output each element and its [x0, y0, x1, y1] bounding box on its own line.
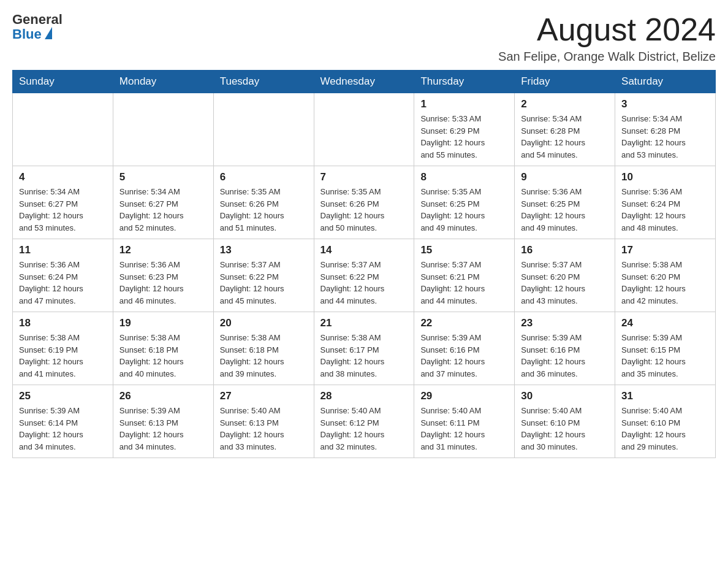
day-info: Sunrise: 5:39 AMSunset: 6:15 PMDaylight:…	[621, 332, 709, 380]
calendar-cell: 7Sunrise: 5:35 AMSunset: 6:26 PMDaylight…	[314, 166, 414, 239]
calendar-cell: 22Sunrise: 5:39 AMSunset: 6:16 PMDayligh…	[414, 312, 515, 385]
logo-blue: Blue	[12, 27, 42, 42]
calendar-cell	[213, 93, 314, 166]
calendar-cell: 24Sunrise: 5:39 AMSunset: 6:15 PMDayligh…	[615, 312, 716, 385]
calendar-cell: 13Sunrise: 5:37 AMSunset: 6:22 PMDayligh…	[213, 239, 314, 312]
day-number: 19	[119, 317, 207, 329]
day-number: 6	[220, 171, 308, 183]
day-number: 8	[420, 171, 508, 183]
day-info: Sunrise: 5:39 AMSunset: 6:16 PMDaylight:…	[521, 332, 609, 380]
calendar-cell: 31Sunrise: 5:40 AMSunset: 6:10 PMDayligh…	[615, 385, 716, 458]
calendar-cell	[314, 93, 414, 166]
calendar-cell: 19Sunrise: 5:38 AMSunset: 6:18 PMDayligh…	[113, 312, 213, 385]
day-info: Sunrise: 5:36 AMSunset: 6:25 PMDaylight:…	[521, 186, 609, 234]
weekday-header-wednesday: Wednesday	[314, 71, 414, 93]
calendar-cell: 25Sunrise: 5:39 AMSunset: 6:14 PMDayligh…	[13, 385, 113, 458]
day-number: 16	[521, 244, 609, 256]
weekday-header-sunday: Sunday	[13, 71, 113, 93]
calendar-week-4: 18Sunrise: 5:38 AMSunset: 6:19 PMDayligh…	[13, 312, 716, 385]
day-number: 14	[320, 244, 408, 256]
day-number: 13	[220, 244, 308, 256]
day-number: 21	[320, 317, 408, 329]
calendar-cell: 28Sunrise: 5:40 AMSunset: 6:12 PMDayligh…	[314, 385, 414, 458]
day-info: Sunrise: 5:38 AMSunset: 6:19 PMDaylight:…	[19, 332, 107, 380]
calendar-cell: 17Sunrise: 5:38 AMSunset: 6:20 PMDayligh…	[615, 239, 716, 312]
day-info: Sunrise: 5:40 AMSunset: 6:13 PMDaylight:…	[220, 405, 308, 453]
calendar-cell: 15Sunrise: 5:37 AMSunset: 6:21 PMDayligh…	[414, 239, 515, 312]
day-info: Sunrise: 5:39 AMSunset: 6:13 PMDaylight:…	[119, 405, 207, 453]
calendar-week-3: 11Sunrise: 5:36 AMSunset: 6:24 PMDayligh…	[13, 239, 716, 312]
calendar-cell: 30Sunrise: 5:40 AMSunset: 6:10 PMDayligh…	[515, 385, 615, 458]
calendar-table: SundayMondayTuesdayWednesdayThursdayFrid…	[12, 70, 716, 458]
calendar-cell: 9Sunrise: 5:36 AMSunset: 6:25 PMDaylight…	[515, 166, 615, 239]
day-number: 3	[621, 98, 709, 110]
logo-triangle-icon	[45, 27, 52, 39]
day-number: 20	[220, 317, 308, 329]
weekday-header-row: SundayMondayTuesdayWednesdayThursdayFrid…	[13, 71, 716, 93]
calendar-cell: 11Sunrise: 5:36 AMSunset: 6:24 PMDayligh…	[13, 239, 113, 312]
calendar-cell: 16Sunrise: 5:37 AMSunset: 6:20 PMDayligh…	[515, 239, 615, 312]
calendar-cell: 2Sunrise: 5:34 AMSunset: 6:28 PMDaylight…	[515, 93, 615, 166]
day-info: Sunrise: 5:37 AMSunset: 6:21 PMDaylight:…	[420, 259, 508, 307]
calendar-cell	[13, 93, 113, 166]
day-info: Sunrise: 5:40 AMSunset: 6:11 PMDaylight:…	[420, 405, 508, 453]
calendar-cell: 10Sunrise: 5:36 AMSunset: 6:24 PMDayligh…	[615, 166, 716, 239]
day-number: 27	[220, 390, 308, 402]
calendar-cell: 20Sunrise: 5:38 AMSunset: 6:18 PMDayligh…	[213, 312, 314, 385]
calendar-cell: 1Sunrise: 5:33 AMSunset: 6:29 PMDaylight…	[414, 93, 515, 166]
day-number: 30	[521, 390, 609, 402]
day-info: Sunrise: 5:40 AMSunset: 6:12 PMDaylight:…	[320, 405, 408, 453]
day-info: Sunrise: 5:40 AMSunset: 6:10 PMDaylight:…	[621, 405, 709, 453]
day-number: 4	[19, 171, 107, 183]
day-number: 9	[521, 171, 609, 183]
calendar-cell: 8Sunrise: 5:35 AMSunset: 6:25 PMDaylight…	[414, 166, 515, 239]
day-number: 26	[119, 390, 207, 402]
day-number: 29	[420, 390, 508, 402]
day-info: Sunrise: 5:34 AMSunset: 6:28 PMDaylight:…	[521, 113, 609, 161]
day-info: Sunrise: 5:34 AMSunset: 6:27 PMDaylight:…	[119, 186, 207, 234]
day-info: Sunrise: 5:35 AMSunset: 6:26 PMDaylight:…	[320, 186, 408, 234]
day-info: Sunrise: 5:35 AMSunset: 6:25 PMDaylight:…	[420, 186, 508, 234]
day-number: 1	[420, 98, 508, 110]
logo: General Blue	[12, 12, 63, 42]
day-number: 28	[320, 390, 408, 402]
calendar-cell: 26Sunrise: 5:39 AMSunset: 6:13 PMDayligh…	[113, 385, 213, 458]
calendar-cell: 6Sunrise: 5:35 AMSunset: 6:26 PMDaylight…	[213, 166, 314, 239]
day-number: 11	[19, 244, 107, 256]
calendar-cell: 12Sunrise: 5:36 AMSunset: 6:23 PMDayligh…	[113, 239, 213, 312]
calendar-week-5: 25Sunrise: 5:39 AMSunset: 6:14 PMDayligh…	[13, 385, 716, 458]
day-number: 25	[19, 390, 107, 402]
day-info: Sunrise: 5:38 AMSunset: 6:20 PMDaylight:…	[621, 259, 709, 307]
day-number: 5	[119, 171, 207, 183]
day-info: Sunrise: 5:38 AMSunset: 6:18 PMDaylight:…	[119, 332, 207, 380]
day-number: 23	[521, 317, 609, 329]
weekday-header-monday: Monday	[113, 71, 213, 93]
day-number: 7	[320, 171, 408, 183]
calendar-cell: 4Sunrise: 5:34 AMSunset: 6:27 PMDaylight…	[13, 166, 113, 239]
day-info: Sunrise: 5:38 AMSunset: 6:17 PMDaylight:…	[320, 332, 408, 380]
day-info: Sunrise: 5:36 AMSunset: 6:24 PMDaylight:…	[621, 186, 709, 234]
day-number: 22	[420, 317, 508, 329]
day-info: Sunrise: 5:37 AMSunset: 6:22 PMDaylight:…	[220, 259, 308, 307]
day-number: 2	[521, 98, 609, 110]
calendar-cell: 23Sunrise: 5:39 AMSunset: 6:16 PMDayligh…	[515, 312, 615, 385]
title-block: August 2024 San Felipe, Orange Walk Dist…	[498, 12, 716, 64]
day-info: Sunrise: 5:33 AMSunset: 6:29 PMDaylight:…	[420, 113, 508, 161]
day-number: 15	[420, 244, 508, 256]
calendar-cell: 5Sunrise: 5:34 AMSunset: 6:27 PMDaylight…	[113, 166, 213, 239]
logo-general: General	[12, 12, 63, 27]
day-number: 24	[621, 317, 709, 329]
day-number: 17	[621, 244, 709, 256]
day-info: Sunrise: 5:39 AMSunset: 6:16 PMDaylight:…	[420, 332, 508, 380]
day-number: 31	[621, 390, 709, 402]
weekday-header-friday: Friday	[515, 71, 615, 93]
calendar-week-1: 1Sunrise: 5:33 AMSunset: 6:29 PMDaylight…	[13, 93, 716, 166]
location-title: San Felipe, Orange Walk District, Belize	[498, 50, 716, 64]
day-info: Sunrise: 5:37 AMSunset: 6:22 PMDaylight:…	[320, 259, 408, 307]
day-info: Sunrise: 5:36 AMSunset: 6:24 PMDaylight:…	[19, 259, 107, 307]
month-title: August 2024	[498, 12, 716, 47]
weekday-header-thursday: Thursday	[414, 71, 515, 93]
calendar-week-2: 4Sunrise: 5:34 AMSunset: 6:27 PMDaylight…	[13, 166, 716, 239]
calendar-cell: 21Sunrise: 5:38 AMSunset: 6:17 PMDayligh…	[314, 312, 414, 385]
day-number: 10	[621, 171, 709, 183]
